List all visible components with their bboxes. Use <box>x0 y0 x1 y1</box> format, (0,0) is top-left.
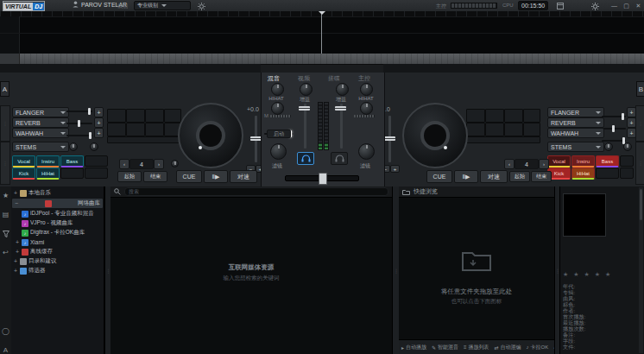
deck-a-pitch-fader[interactable] <box>255 116 257 162</box>
deck-b-play-button[interactable]: Ⅱ▶ <box>454 170 478 183</box>
deck-b-pad-strip[interactable] <box>466 136 540 143</box>
settings-quick-icon[interactable] <box>197 2 205 10</box>
deck-b-pitch-plus-button[interactable]: + <box>390 165 400 173</box>
mixer-a-filter-knob[interactable] <box>270 143 287 160</box>
deck-b-pitch-handle[interactable] <box>384 136 395 141</box>
automix-edit-button[interactable]: ⇄ 自动混编 <box>495 344 521 351</box>
file-list-body[interactable]: 互联网媒体资源 输入您想检索的关键词 <box>110 198 392 354</box>
deck-a-sync-button[interactable]: 对速 <box>230 170 257 183</box>
deck-b-stems-knob1[interactable] <box>604 142 613 151</box>
deck-a-stems-select[interactable]: STEMS <box>12 142 69 152</box>
deck-a-fx3-slider[interactable] <box>66 135 92 136</box>
deck-a-stems-knob2[interactable] <box>90 142 98 151</box>
mixer-b-stem-knob-bottom[interactable] <box>360 102 373 115</box>
deck-b-stem-empty3[interactable] <box>620 168 634 179</box>
deck-b-stems-panel-handle[interactable]: ⋮ <box>635 142 644 185</box>
deck-b-stems-select[interactable]: STEMS <box>547 142 604 152</box>
deck-a-pad-4[interactable] <box>164 109 181 123</box>
settings-button[interactable] <box>590 2 599 10</box>
mixer-b-gain-knob[interactable] <box>336 83 349 96</box>
deck-b-fx3-slider[interactable] <box>602 140 626 142</box>
deck-b-fx1-select[interactable]: FLANGER <box>547 107 604 117</box>
minimize-button[interactable]: — <box>609 1 619 10</box>
rating-stars[interactable]: ★ ★ ★ ★ ★ <box>563 271 612 278</box>
fx3-slider-handle[interactable] <box>89 132 92 139</box>
mixer-a-gain-knob[interactable] <box>300 83 313 96</box>
deck-a-pad-6[interactable] <box>126 123 145 136</box>
expander-icon[interactable]: + <box>13 190 18 196</box>
expander-icon[interactable]: + <box>15 239 20 245</box>
deck-a-stem-bass[interactable]: Bass <box>60 155 84 168</box>
deck-b-loop-double-button[interactable]: › <box>539 159 549 169</box>
deck-b-fx3-select[interactable]: WAHWAH <box>547 128 604 138</box>
deck-a-jog-wheel[interactable] <box>178 103 243 168</box>
deck-b-fx2-select[interactable]: REVERB <box>547 117 604 128</box>
filter-funnel-icon[interactable] <box>1 229 10 238</box>
deck-a-cue-button[interactable]: CUE <box>176 170 202 183</box>
deck-b-stem-hihat[interactable]: HiHat <box>571 168 595 180</box>
tree-item-idjpool[interactable]: ♪ iDJPool - 专业音频和混音 <box>11 209 104 218</box>
deck-b-sync-button[interactable]: 对速 <box>480 170 508 183</box>
deck-a-stem-empty3[interactable] <box>85 168 108 179</box>
deck-b-loop-in-button[interactable]: 起始 <box>509 171 530 182</box>
mixer-a-volume-fader[interactable] <box>304 104 306 149</box>
deck-a-loop-knob[interactable] <box>171 160 179 168</box>
crossfader[interactable] <box>285 175 359 181</box>
karaoke-button[interactable]: ♪ 卡拉OK <box>527 344 549 351</box>
deck-b-pad-3[interactable] <box>504 109 523 123</box>
deck-a-stems-knob1[interactable] <box>69 142 78 151</box>
deck-b-pad-2[interactable] <box>485 109 504 123</box>
deck-b-fx-panel-handle[interactable]: ⋮ <box>635 105 644 142</box>
tree-item-filters[interactable]: + 筛选器 <box>11 266 104 275</box>
deck-a-pad-1[interactable] <box>107 109 126 123</box>
mixer-b-volume-fader[interactable] <box>340 104 343 149</box>
interface-level-select[interactable]: 专业级别 <box>134 1 191 10</box>
deck-a-fx3-select[interactable]: WAHWAH <box>12 128 69 138</box>
history-back-icon[interactable]: ↩ <box>1 248 10 257</box>
tab-master[interactable]: 主控 <box>358 74 370 83</box>
deck-a-stem-empty1[interactable] <box>85 155 108 167</box>
expander-icon[interactable]: + <box>15 249 20 255</box>
deck-b-stem-empty2[interactable] <box>596 168 619 179</box>
deck-a-fx2-add-button[interactable]: + <box>94 117 104 128</box>
deck-a-fx1-add-button[interactable]: + <box>94 107 104 117</box>
deck-b-stem-bass[interactable]: Bass <box>596 155 619 168</box>
deck-b-jog-wheel[interactable] <box>402 103 468 168</box>
deck-b-fx2-add-button[interactable]: + <box>627 117 636 128</box>
waveform-display[interactable] <box>0 11 644 54</box>
deck-a-pad-strip[interactable] <box>107 136 181 143</box>
deck-b-stem-instru[interactable]: Instru <box>571 155 595 168</box>
deck-b-cue-button[interactable]: CUE <box>426 170 452 183</box>
deck-a-fx1-slider[interactable] <box>66 111 92 112</box>
volume-fader-handle[interactable] <box>335 106 346 111</box>
deck-a-stems-panel-handle[interactable]: ⋮ <box>0 142 10 185</box>
deck-a-loop-in-button[interactable]: 起始 <box>117 171 142 182</box>
deck-a-fx-panel-handle[interactable]: ⋮ <box>0 105 10 142</box>
mixer-b-filter-knob[interactable] <box>358 143 375 160</box>
deck-a-fx1-select[interactable]: FLANGER <box>12 107 69 117</box>
search-input[interactable]: 搜索 <box>124 187 388 196</box>
deck-a-pad-5[interactable] <box>107 123 126 136</box>
sideview-body[interactable]: 将任意文件夹拖放至此处 也可以点击下面图标 <box>399 198 554 339</box>
deck-a-key-display[interactable]: +0.0 <box>247 106 259 112</box>
deck-b-loop-half-button[interactable]: ‹ <box>504 159 515 169</box>
deck-b-pad-1[interactable] <box>466 109 485 123</box>
deck-a-stem-kick[interactable]: Kick <box>12 168 35 180</box>
close-button[interactable]: ✕ <box>634 1 643 10</box>
smartmix-button[interactable]: ✎ 智能混音 <box>432 344 458 351</box>
deck-b-loop-out-button[interactable]: 结束 <box>531 171 552 182</box>
deck-a-loop-double-button[interactable]: › <box>154 159 164 169</box>
deck-a-stem-instru[interactable]: Instru <box>36 155 60 168</box>
fx2-slider-handle[interactable] <box>612 125 615 132</box>
mixer-a-stem-knob-top[interactable] <box>271 83 284 96</box>
deck-b-fx1-slider[interactable] <box>602 116 626 117</box>
tree-item-folders-suggestions[interactable]: + 目录和建议 <box>11 256 104 266</box>
deck-a-loop-out-button[interactable]: 结束 <box>143 171 167 182</box>
deck-a-fx3-add-button[interactable]: + <box>94 128 104 138</box>
favorites-icon[interactable]: ★ <box>1 191 10 200</box>
deck-a-loop-half-button[interactable]: ‹ <box>119 159 129 169</box>
collapse-icon[interactable]: − <box>14 200 19 206</box>
deck-b-pad-4[interactable] <box>523 109 540 123</box>
volume-fader-handle[interactable] <box>299 106 310 111</box>
zoom-circle-icon[interactable]: ◯ <box>1 326 10 336</box>
